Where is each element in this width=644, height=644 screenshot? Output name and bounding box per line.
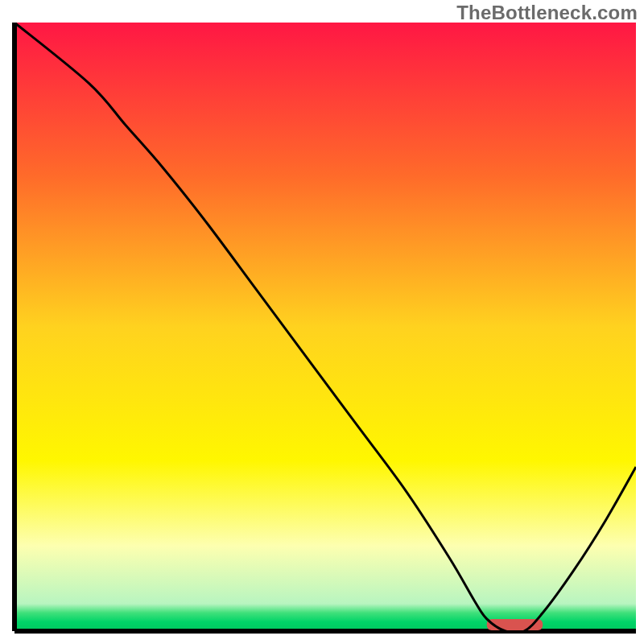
chart-svg	[0, 0, 644, 644]
plot-background-gradient	[14, 23, 636, 631]
chart-frame: TheBottleneck.com	[0, 0, 644, 644]
